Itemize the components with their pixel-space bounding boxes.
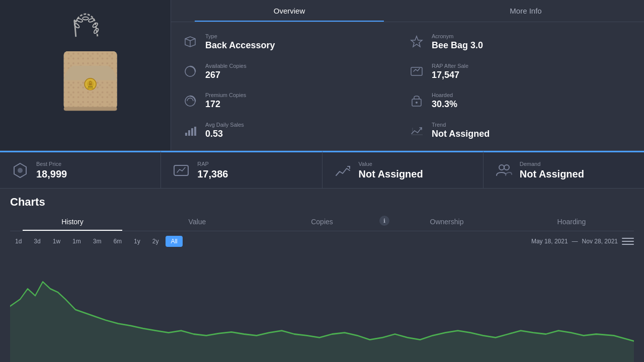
- chart-tab-copies[interactable]: Copies ℹ: [260, 213, 384, 231]
- hoarded-value: 30.3%: [432, 99, 457, 110]
- info-rap-after-sale: RAP After Sale 17,547: [408, 57, 634, 86]
- time-btn-1d[interactable]: 1d: [10, 236, 27, 247]
- rap-icon: [171, 160, 191, 180]
- stat-rap[interactable]: RAP 17,386: [161, 151, 322, 188]
- best-price-label: Best Price: [36, 161, 67, 167]
- acronym-text: Acronym Bee Bag 3.0: [432, 33, 483, 51]
- date-range: May 18, 2021 — Nov 28, 2021: [531, 235, 634, 247]
- info-trend: Trend Not Assigned: [408, 116, 634, 145]
- acronym-icon: [408, 33, 426, 51]
- best-price-text: Best Price 18,999: [36, 161, 67, 180]
- date-range-start: May 18, 2021: [531, 238, 568, 245]
- svg-point-34: [504, 165, 509, 170]
- premium-copies-label: Premium Copies: [205, 92, 246, 98]
- acronym-label: Acronym: [432, 33, 483, 39]
- hoarded-text: Hoarded 30.3%: [432, 92, 457, 110]
- svg-rect-21: [411, 67, 422, 75]
- available-copies-text: Available Copies 267: [205, 63, 247, 80]
- time-filter-row: 1d 3d 1w 1m 3m 6m 1y 2y All May 18, 2021…: [10, 235, 634, 247]
- chart-tab-hoarding[interactable]: Hoarding: [509, 213, 634, 231]
- trend-label: Trend: [432, 122, 490, 128]
- best-price-icon: [10, 160, 30, 180]
- trend-icon: [408, 122, 426, 140]
- value-text: Value Not Assigned: [359, 161, 423, 180]
- stat-best-price[interactable]: Best Price 18,999: [0, 151, 161, 188]
- item-image-area: [0, 0, 171, 150]
- svg-point-24: [416, 102, 418, 104]
- premium-copies-icon: [181, 92, 199, 110]
- svg-rect-25: [185, 133, 187, 136]
- svg-rect-28: [194, 127, 196, 136]
- best-price-value: 18,999: [36, 168, 67, 180]
- time-btn-3m[interactable]: 3m: [88, 236, 107, 247]
- svg-point-33: [499, 165, 504, 170]
- rap-after-sale-label: RAP After Sale: [432, 63, 468, 69]
- svg-point-4: [76, 18, 83, 22]
- avg-daily-sales-text: Avg Daily Sales 0.53: [205, 122, 244, 139]
- time-btn-all[interactable]: All: [166, 236, 182, 247]
- avg-daily-sales-icon: [181, 122, 199, 140]
- rap-text: RAP 17,386: [197, 161, 228, 180]
- chart-area: [10, 250, 634, 362]
- tab-more-info[interactable]: More Info: [408, 0, 644, 22]
- stat-value[interactable]: Value Not Assigned: [323, 151, 484, 188]
- info-premium-copies: Premium Copies 172: [181, 86, 408, 116]
- tabs-header: Overview More Info: [171, 0, 644, 22]
- time-btn-6m[interactable]: 6m: [108, 236, 127, 247]
- info-available-copies: Available Copies 267: [181, 57, 408, 86]
- time-btn-1w[interactable]: 1w: [48, 236, 65, 247]
- value-value: Not Assigned: [359, 168, 423, 180]
- date-range-separator: —: [572, 238, 578, 245]
- history-chart: [10, 250, 634, 362]
- hoarded-label: Hoarded: [432, 92, 457, 98]
- svg-rect-18: [63, 107, 117, 111]
- time-buttons: 1d 3d 1w 1m 3m 6m 1y 2y All: [10, 236, 183, 247]
- svg-point-2: [92, 22, 98, 28]
- demand-value: Not Assigned: [520, 168, 584, 180]
- type-value: Back Accessory: [205, 40, 275, 51]
- svg-point-0: [83, 17, 89, 20]
- hoarded-icon: [408, 92, 426, 110]
- value-label: Value: [359, 161, 423, 167]
- time-btn-3d[interactable]: 3d: [29, 236, 45, 247]
- date-range-end: Nov 28, 2021: [582, 238, 618, 245]
- acronym-value: Bee Bag 3.0: [432, 40, 483, 51]
- premium-copies-value: 172: [205, 99, 246, 110]
- chart-menu-icon[interactable]: [622, 235, 634, 247]
- tabs-area: Overview More Info Type: [171, 0, 644, 150]
- overview-content: Type Back Accessory Acronym Bee Bag 3.0: [171, 22, 644, 150]
- available-copies-label: Available Copies: [205, 63, 247, 69]
- info-avg-daily-sales: Avg Daily Sales 0.53: [181, 116, 408, 145]
- type-label: Type: [205, 33, 275, 39]
- tab-overview[interactable]: Overview: [171, 0, 408, 22]
- info-type: Type Back Accessory: [181, 27, 408, 57]
- rap-after-sale-text: RAP After Sale 17,547: [432, 63, 468, 80]
- time-btn-2y[interactable]: 2y: [147, 236, 164, 247]
- info-hoarded: Hoarded 30.3%: [408, 86, 634, 116]
- stat-demand[interactable]: Demand Not Assigned: [484, 151, 644, 188]
- value-icon: [333, 160, 353, 180]
- time-btn-1y[interactable]: 1y: [129, 236, 145, 247]
- info-acronym: Acronym Bee Bag 3.0: [408, 27, 634, 57]
- available-copies-icon: [181, 62, 199, 80]
- trend-value: Not Assigned: [432, 129, 490, 139]
- rap-label: RAP: [197, 161, 228, 167]
- charts-section: Charts History Value Copies ℹ Ownership …: [0, 189, 644, 362]
- charts-title: Charts: [10, 189, 634, 213]
- avg-daily-sales-label: Avg Daily Sales: [205, 122, 244, 128]
- premium-copies-text: Premium Copies 172: [205, 92, 246, 110]
- time-btn-1m[interactable]: 1m: [67, 236, 86, 247]
- svg-rect-16: [89, 83, 92, 85]
- chart-tab-ownership[interactable]: Ownership: [384, 213, 509, 231]
- bag-illustration: [35, 13, 136, 138]
- svg-rect-26: [188, 130, 190, 136]
- svg-point-17: [87, 85, 93, 89]
- chart-tab-value[interactable]: Value: [135, 213, 260, 231]
- demand-text: Demand Not Assigned: [520, 161, 584, 180]
- stats-row: Best Price 18,999 RAP 17,386: [0, 151, 644, 189]
- demand-label: Demand: [520, 161, 584, 167]
- rap-after-sale-value: 17,547: [432, 70, 468, 80]
- chart-tab-history[interactable]: History: [10, 213, 135, 231]
- type-text: Type Back Accessory: [205, 33, 275, 51]
- trend-text: Trend Not Assigned: [432, 122, 490, 139]
